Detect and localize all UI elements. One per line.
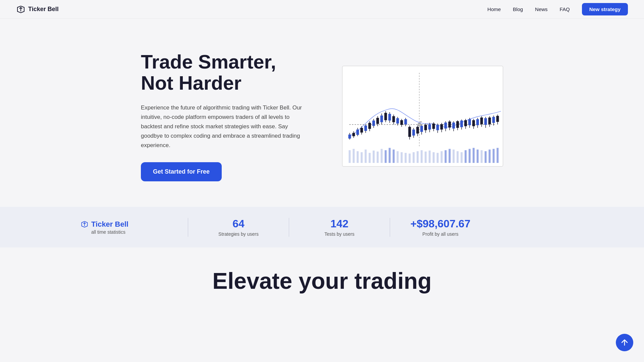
svg-rect-2 <box>357 151 359 163</box>
svg-rect-21 <box>433 152 435 163</box>
navbar: Ticker Bell Home Blog News FAQ New strat… <box>0 0 644 19</box>
svg-rect-112 <box>484 118 487 125</box>
svg-rect-33 <box>481 150 483 163</box>
new-strategy-button[interactable]: New strategy <box>582 3 628 15</box>
svg-text:+: + <box>420 120 422 124</box>
svg-rect-98 <box>456 121 459 128</box>
svg-rect-108 <box>476 119 479 125</box>
svg-rect-100 <box>460 121 463 127</box>
hero-section: Trade Smarter, Not Harder Experience the… <box>0 19 644 207</box>
svg-rect-18 <box>421 150 423 163</box>
stats-divider-2 <box>289 218 289 237</box>
svg-rect-84 <box>428 124 431 130</box>
svg-rect-32 <box>477 149 479 163</box>
stat-tests-number: 142 <box>309 218 370 230</box>
svg-rect-17 <box>417 151 419 163</box>
svg-rect-110 <box>480 118 483 124</box>
svg-rect-9 <box>385 150 387 163</box>
svg-rect-14 <box>405 153 407 163</box>
svg-rect-92 <box>444 123 447 129</box>
svg-rect-22 <box>437 153 439 163</box>
svg-rect-90 <box>440 124 443 130</box>
svg-rect-31 <box>473 148 475 163</box>
svg-rect-34 <box>485 151 487 163</box>
stat-profit-label: Profit by all users <box>410 231 471 237</box>
svg-rect-20 <box>429 150 431 163</box>
svg-rect-1 <box>353 149 355 163</box>
stat-strategies-number: 64 <box>208 218 269 230</box>
svg-rect-48 <box>364 126 367 131</box>
logo-icon <box>16 5 25 14</box>
svg-rect-11 <box>393 149 395 163</box>
svg-rect-24 <box>445 150 447 163</box>
elevate-title: Elevate your trading <box>80 268 564 294</box>
svg-rect-56 <box>380 116 383 122</box>
svg-rect-102 <box>464 120 467 126</box>
hero-text-block: Trade Smarter, Not Harder Experience the… <box>141 51 302 182</box>
stats-band: Ticker Bell all time statistics 64 Strat… <box>0 207 644 247</box>
hero-description: Experience the future of algorithmic tra… <box>141 103 302 150</box>
svg-rect-52 <box>372 121 375 126</box>
svg-rect-70 <box>408 127 411 137</box>
stat-strategies-label: Strategies by users <box>208 231 269 237</box>
svg-rect-35 <box>489 149 491 163</box>
svg-rect-10 <box>389 148 391 163</box>
stat-strategies: 64 Strategies by users <box>208 218 269 237</box>
svg-rect-86 <box>432 124 435 129</box>
svg-rect-62 <box>392 116 395 122</box>
stats-divider-3 <box>390 218 390 237</box>
stats-logo-block: Ticker Bell all time statistics <box>80 220 168 235</box>
svg-rect-6 <box>373 150 375 163</box>
elevate-section: Elevate your trading <box>0 247 644 301</box>
hero-title: Trade Smarter, Not Harder <box>141 51 302 94</box>
svg-rect-80 <box>420 126 423 132</box>
svg-rect-54 <box>376 118 379 124</box>
svg-rect-96 <box>452 123 455 129</box>
svg-rect-68 <box>404 119 407 125</box>
svg-rect-94 <box>448 122 451 128</box>
stats-divider-1 <box>188 218 188 237</box>
svg-rect-46 <box>360 128 363 133</box>
svg-rect-66 <box>400 120 403 125</box>
svg-rect-29 <box>465 150 467 163</box>
logo[interactable]: Ticker Bell <box>16 5 59 14</box>
nav-links: Home Blog News FAQ New strategy <box>487 3 628 15</box>
svg-rect-26 <box>452 149 454 163</box>
svg-rect-28 <box>461 152 463 163</box>
svg-rect-40 <box>348 135 351 139</box>
stat-tests-label: Tests by users <box>309 231 370 237</box>
get-started-button[interactable]: Get Started for Free <box>141 162 222 181</box>
svg-rect-12 <box>397 151 399 163</box>
svg-rect-8 <box>381 149 383 163</box>
svg-rect-42 <box>352 133 355 136</box>
hero-chart: + <box>342 66 503 167</box>
svg-rect-4 <box>365 149 367 163</box>
nav-faq[interactable]: FAQ <box>560 6 570 12</box>
svg-rect-78 <box>416 127 419 134</box>
nav-blog[interactable]: Blog <box>513 6 523 12</box>
svg-rect-64 <box>396 118 399 124</box>
nav-home[interactable]: Home <box>487 6 501 12</box>
svg-rect-72 <box>412 130 415 136</box>
svg-rect-23 <box>441 151 443 163</box>
svg-rect-104 <box>468 119 471 125</box>
svg-rect-7 <box>377 151 379 163</box>
stats-logo-name: Ticker Bell <box>80 220 168 229</box>
svg-rect-19 <box>425 151 427 163</box>
svg-rect-58 <box>384 113 387 120</box>
svg-rect-118 <box>496 116 499 122</box>
stat-tests: 142 Tests by users <box>309 218 370 237</box>
svg-rect-13 <box>400 152 402 163</box>
nav-news[interactable]: News <box>535 6 548 12</box>
svg-rect-3 <box>361 152 363 163</box>
svg-rect-0 <box>348 150 351 163</box>
svg-rect-116 <box>492 117 495 123</box>
svg-rect-5 <box>369 153 371 163</box>
svg-rect-37 <box>497 148 499 163</box>
svg-rect-88 <box>436 125 439 130</box>
svg-rect-30 <box>469 149 471 163</box>
stats-logo-icon <box>80 220 89 228</box>
stat-profit-number: +$98,607.67 <box>410 218 471 230</box>
scroll-to-top-button[interactable] <box>616 334 633 351</box>
svg-rect-25 <box>448 149 450 163</box>
